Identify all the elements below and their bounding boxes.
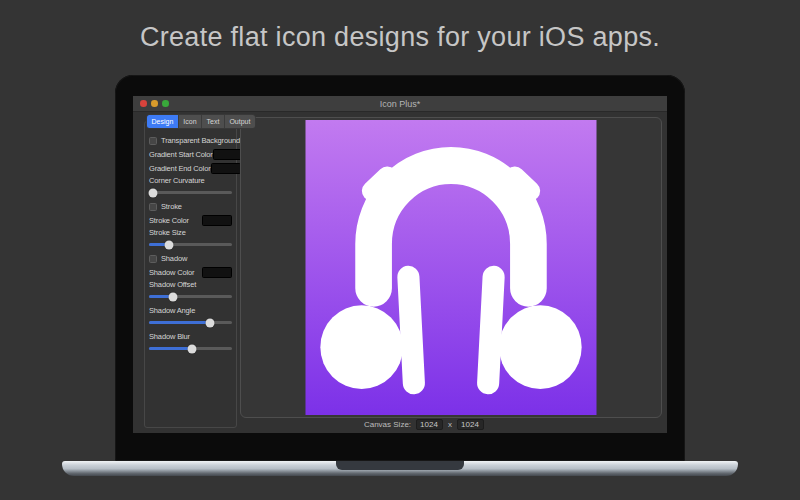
- shadow-offset-slider-knob[interactable]: [169, 292, 178, 301]
- stroke-size-slider-knob[interactable]: [164, 240, 173, 249]
- window-title: Icon Plus*: [133, 99, 667, 109]
- close-button[interactable]: [140, 100, 147, 107]
- canvas-size-bar: Canvas Size: x: [181, 416, 667, 432]
- row-corner-curvature-label: Corner Curvature: [149, 176, 232, 184]
- window-content: DesignIconTextOutput Transparent Backgro…: [133, 112, 667, 433]
- laptop-bezel: Icon Plus* DesignIconTextOutput Transpar…: [115, 75, 685, 461]
- stroke-color-well[interactable]: [202, 215, 232, 226]
- row-stroke: Stroke: [149, 202, 232, 211]
- stroke-size-slider-track[interactable]: [149, 243, 232, 246]
- laptop-base: [62, 461, 738, 476]
- row-shadow: Shadow: [149, 254, 232, 263]
- tab-text[interactable]: Text: [202, 115, 225, 128]
- shadow-angle-slider-track[interactable]: [149, 321, 232, 324]
- row-gradient-start-color: Gradient Start Color: [149, 148, 232, 160]
- row-shadow-color: Shadow Color: [149, 266, 232, 278]
- row-shadow-angle-label: Shadow Angle: [149, 306, 232, 314]
- sidebar-panel: Transparent BackgroundGradient Start Col…: [144, 121, 237, 428]
- tab-icon[interactable]: Icon: [179, 115, 202, 128]
- tab-output[interactable]: Output: [225, 115, 255, 128]
- marketing-screenshot: Create flat icon designs for your iOS ap…: [0, 0, 800, 500]
- shadow-angle-slider-fill: [149, 321, 210, 324]
- sidebar-tabs: DesignIconTextOutput: [146, 114, 256, 129]
- corner-curvature-label: Corner Curvature: [149, 176, 205, 185]
- shadow-label: Shadow: [161, 254, 187, 263]
- row-shadow-offset-label: Shadow Offset: [149, 280, 232, 288]
- row-gradient-end-color: Gradient End Color: [149, 162, 232, 174]
- canvas-width-input[interactable]: [416, 419, 443, 430]
- stroke-color-label: Stroke Color: [149, 216, 189, 225]
- laptop-base-notch: [336, 461, 464, 470]
- shadow-angle-label: Shadow Angle: [149, 306, 195, 315]
- window-titlebar: Icon Plus*: [133, 96, 667, 112]
- row-shadow-offset-slider: [149, 292, 232, 301]
- row-stroke-size-slider: [149, 240, 232, 249]
- gradient-start-color-well[interactable]: [213, 149, 243, 160]
- corner-curvature-slider-track[interactable]: [149, 191, 232, 194]
- shadow-color-well[interactable]: [202, 267, 232, 278]
- shadow-blur-label: Shadow Blur: [149, 332, 190, 341]
- stroke-size-label: Stroke Size: [149, 228, 186, 237]
- shadow-offset-slider-track[interactable]: [149, 295, 232, 298]
- traffic-lights: [140, 96, 169, 111]
- row-shadow-blur-slider: [149, 344, 232, 353]
- canvas-height-input[interactable]: [457, 419, 484, 430]
- canvas-size-label: Canvas Size:: [364, 420, 411, 429]
- gradient-end-color-well[interactable]: [211, 163, 241, 174]
- row-shadow-angle-slider: [149, 318, 232, 327]
- stroke-label: Stroke: [161, 202, 182, 211]
- shadow-checkbox[interactable]: [149, 255, 157, 263]
- shadow-angle-slider-knob[interactable]: [206, 318, 215, 327]
- icon-canvas: [306, 120, 597, 415]
- sidebar-controls: Transparent BackgroundGradient Start Col…: [149, 136, 232, 353]
- headline-text: Create flat icon designs for your iOS ap…: [0, 22, 800, 53]
- zoom-button[interactable]: [162, 100, 169, 107]
- stroke-checkbox[interactable]: [149, 203, 157, 211]
- shadow-blur-slider-fill: [149, 347, 192, 350]
- row-transparent-background: Transparent Background: [149, 136, 232, 145]
- shadow-blur-slider-track[interactable]: [149, 347, 232, 350]
- gradient-end-color-label: Gradient End Color: [149, 164, 211, 173]
- row-shadow-blur-label: Shadow Blur: [149, 332, 232, 340]
- row-stroke-size-label: Stroke Size: [149, 228, 232, 236]
- canvas-panel: [240, 117, 662, 418]
- corner-curvature-slider-knob[interactable]: [149, 188, 158, 197]
- row-stroke-color: Stroke Color: [149, 214, 232, 226]
- laptop-screen: Icon Plus* DesignIconTextOutput Transpar…: [133, 96, 667, 433]
- shadow-color-label: Shadow Color: [149, 268, 194, 277]
- canvas-size-separator: x: [448, 420, 452, 429]
- transparent-background-checkbox[interactable]: [149, 137, 157, 145]
- tab-design[interactable]: Design: [147, 115, 179, 128]
- headphones-icon: [306, 120, 597, 415]
- shadow-offset-label: Shadow Offset: [149, 280, 196, 289]
- minimize-button[interactable]: [151, 100, 158, 107]
- row-corner-curvature-slider: [149, 188, 232, 197]
- headphones-shapes: [320, 162, 581, 395]
- transparent-background-label: Transparent Background: [161, 136, 240, 145]
- app-window: Icon Plus* DesignIconTextOutput Transpar…: [133, 96, 667, 433]
- shadow-blur-slider-knob[interactable]: [188, 344, 197, 353]
- gradient-start-color-label: Gradient Start Color: [149, 150, 213, 159]
